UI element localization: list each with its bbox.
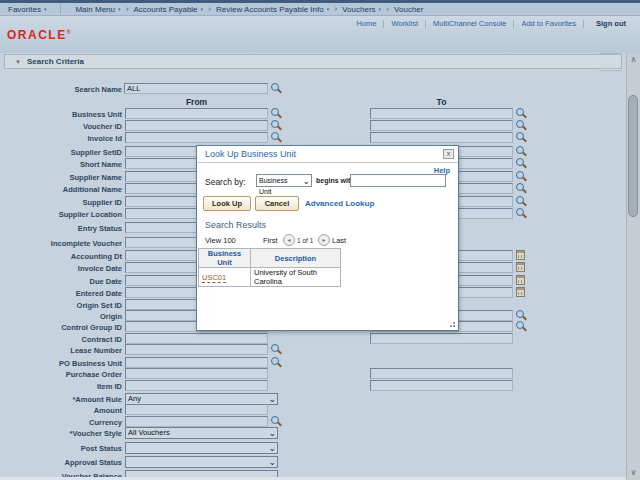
lookup-icon[interactable] [271, 108, 282, 119]
lookup-icon[interactable] [516, 310, 527, 321]
advanced-lookup-link[interactable]: Advanced Lookup [305, 199, 374, 208]
invoice-id-to-input[interactable] [370, 132, 513, 143]
look-up-button[interactable]: Look Up [203, 196, 251, 211]
field-label: Lease Number [0, 345, 122, 356]
lookup-business-unit-modal: Look Up Business Unit x Help Search by: … [196, 145, 459, 331]
calendar-icon[interactable] [516, 287, 525, 297]
lookup-icon[interactable] [516, 120, 527, 131]
lookup-icon[interactable] [516, 146, 527, 157]
breadcrumb-item-vouchers[interactable]: Vouchers▾ [342, 5, 381, 14]
search-by-value: Business Unit [259, 177, 287, 195]
field-label: *Voucher Style [0, 428, 122, 439]
utility-divider [383, 20, 384, 28]
item-id-to-input[interactable] [370, 380, 513, 391]
field-label: Item ID [0, 381, 122, 392]
field-label: Invoice Date [0, 263, 122, 274]
field-label: Approval Status [0, 457, 122, 468]
voucher-id-from-input[interactable] [125, 120, 268, 131]
field-label: Control Group ID [0, 322, 122, 333]
search-results-title: Search Results [205, 220, 266, 230]
scrollbar-thumb[interactable] [628, 95, 638, 217]
lookup-icon[interactable] [271, 132, 282, 143]
lookup-icon[interactable] [516, 321, 527, 332]
form-row-item-id: Item ID [0, 380, 626, 392]
field-label: Business Unit [0, 109, 122, 120]
lookup-icon[interactable] [516, 196, 527, 207]
breadcrumb: Favorites▾Main Menu▾›Accounts Payable▾›R… [0, 3, 640, 15]
utility-link-worklist[interactable]: Worklist [391, 19, 418, 28]
select-value: All Vouchers [128, 428, 170, 437]
lookup-icon[interactable] [271, 344, 282, 355]
next-page-icon[interactable]: ▸ [318, 234, 330, 246]
breadcrumb-item-review-accounts-payable-info[interactable]: Review Accounts Payable Info▾ [216, 5, 329, 14]
breadcrumb-item-voucher[interactable]: Voucher [394, 5, 423, 14]
breadcrumb-item-accounts-payable[interactable]: Accounts Payable▾ [134, 5, 204, 14]
search-by-select[interactable]: Business Unit ⌄ [256, 174, 312, 187]
amount-from-input[interactable] [125, 404, 268, 415]
currency-from-input[interactable] [125, 416, 268, 427]
contract-id-to-input[interactable] [370, 333, 513, 344]
field-label: Amount [0, 405, 122, 416]
calendar-icon[interactable] [516, 275, 525, 285]
field-label: Voucher ID [0, 121, 122, 132]
item-id-from-input[interactable] [125, 380, 268, 391]
contract-id-from-input[interactable] [125, 333, 268, 344]
breadcrumb-label: Main Menu [75, 5, 115, 14]
breadcrumb-separator-icon: › [334, 4, 337, 14]
utility-link-home[interactable]: Home [356, 19, 376, 28]
lease-number-from-input[interactable] [125, 344, 268, 355]
business-unit-to-input[interactable] [370, 108, 513, 119]
business-unit-from-input[interactable] [125, 108, 268, 119]
purchase-order-to-input[interactable] [370, 368, 513, 379]
calendar-icon[interactable] [516, 250, 525, 260]
calendar-icon[interactable] [516, 262, 525, 272]
breadcrumb-item-main-menu[interactable]: Main Menu▾ [75, 5, 120, 14]
pagination-first[interactable]: First [263, 236, 278, 245]
invoice-id-from-input[interactable] [125, 132, 268, 143]
field-label: Incomplete Voucher [0, 238, 122, 249]
lookup-icon[interactable] [516, 171, 527, 182]
voucher-style-from-select[interactable]: All Vouchers⌄ [125, 427, 278, 439]
po-business-unit-from-input[interactable] [125, 357, 268, 368]
utility-divider [425, 20, 426, 28]
collapse-triangle-icon[interactable]: ▼ [15, 59, 21, 65]
field-label: Entered Date [0, 288, 122, 299]
cancel-button[interactable]: Cancel [255, 196, 299, 211]
pagination-last[interactable]: Last [332, 236, 346, 245]
begins-with-input[interactable] [350, 174, 446, 187]
table-row: USC01University of South Carolina [199, 268, 341, 287]
form-row-voucher-id: Voucher ID [0, 120, 626, 132]
lookup-icon[interactable] [516, 158, 527, 169]
utility-link-add-to-favorites[interactable]: Add to Favorites [521, 19, 576, 28]
select-value: Any [128, 394, 141, 403]
utility-link-multichannel-console[interactable]: MultiChannel Console [433, 19, 506, 28]
business-unit-link[interactable]: USC01 [202, 273, 226, 283]
lookup-icon[interactable] [516, 183, 527, 194]
purchase-order-from-input[interactable] [125, 368, 268, 379]
breadcrumb-divider [60, 5, 61, 14]
lookup-icon[interactable] [516, 108, 527, 119]
results-column-header: Business Unit [199, 249, 251, 268]
breadcrumb-bar: Favorites▾Main Menu▾›Accounts Payable▾›R… [0, 0, 640, 16]
lookup-icon[interactable] [271, 357, 282, 368]
chevron-down-icon: ▾ [201, 6, 204, 12]
previous-page-icon[interactable]: ◂ [283, 234, 295, 246]
lookup-icon[interactable] [271, 120, 282, 131]
breadcrumb-item-favorites[interactable]: Favorites▾ [8, 5, 46, 14]
lookup-icon[interactable] [271, 416, 282, 427]
scroll-down-icon[interactable]: ∨ [627, 466, 640, 480]
lookup-icon[interactable] [516, 208, 527, 219]
scroll-up-icon[interactable]: ∧ [627, 53, 640, 67]
approval-status-from-select[interactable]: ⌄ [125, 456, 278, 468]
chevron-down-icon: ▾ [379, 6, 382, 12]
post-status-from-select[interactable]: ⌄ [125, 442, 278, 454]
voucher-id-to-input[interactable] [370, 120, 513, 131]
form-row-lease-number: Lease Number [0, 344, 626, 356]
vertical-scrollbar[interactable]: ∧ ∨ [626, 53, 640, 480]
sign-out-link[interactable]: Sign out [596, 19, 626, 28]
resize-grip[interactable] [448, 320, 455, 327]
lookup-icon[interactable] [516, 132, 527, 143]
view-100-link[interactable]: View 100 [205, 236, 236, 245]
field-label: Entry Status [0, 223, 122, 234]
close-icon[interactable]: x [443, 149, 454, 159]
